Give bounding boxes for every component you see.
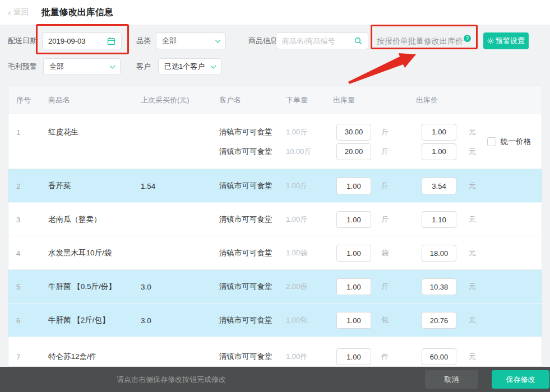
delivery-date-label: 配送日期 [8, 32, 37, 50]
out-price-unit: 元 [469, 248, 476, 258]
category-select[interactable]: 全部 [156, 32, 226, 49]
chevron-down-icon [110, 63, 115, 68]
out-price-input[interactable] [422, 124, 456, 141]
row-index: 1 [16, 128, 20, 136]
top-bar: ‹ 返回 批量修改出库信息 [0, 0, 550, 25]
row-index: 4 [16, 249, 20, 258]
help-icon[interactable]: ? [464, 35, 471, 42]
out-quantity-input[interactable] [336, 143, 371, 160]
out-quantity-input[interactable] [336, 211, 371, 228]
table-row: 4水发黑木耳10斤/袋清镇市可可食堂1.00袋袋元 [8, 236, 542, 270]
table-row: 7特仑苏12盒/件清镇市可可食堂1.00件件元 [8, 337, 542, 367]
cancel-button[interactable]: 取消 [425, 370, 478, 389]
annotation-arrow [342, 50, 423, 87]
ordered-quantity: 10.00斤 [286, 147, 312, 157]
back-button[interactable]: ‹ 返回 [8, 7, 29, 17]
delivery-date-picker[interactable]: 2019-09-03 [42, 32, 122, 49]
save-button[interactable]: 保存修改 [492, 370, 549, 389]
product-name: 牛肝菌 【0.5斤/份】 [48, 282, 116, 292]
ordered-quantity: 1.00包 [286, 315, 307, 325]
out-price-unit: 元 [469, 147, 476, 157]
out-quantity-input[interactable] [336, 124, 371, 141]
out-quantity-input[interactable] [336, 312, 371, 329]
out-price-unit: 元 [469, 127, 476, 137]
last-purchase-price: 3.0 [141, 283, 151, 291]
row-index: 2 [16, 182, 20, 190]
out-price-input[interactable] [422, 178, 456, 194]
margin-warning-select[interactable]: 全部 [43, 58, 121, 75]
warning-settings-button[interactable]: 预警设置 [483, 32, 529, 49]
out-price-input[interactable] [422, 245, 456, 262]
ordered-quantity: 1.00件 [286, 352, 307, 362]
out-quantity-unit: 斤 [381, 127, 389, 137]
table-row: 2香芹菜1.54清镇市可可食堂1.00斤斤元 [8, 169, 542, 203]
table-row: 6牛肝菌 【2斤/包】3.0清镇市可可食堂1.00包包元 [8, 304, 542, 337]
search-icon[interactable] [354, 37, 362, 45]
product-name: 水发黑木耳10斤/袋 [48, 248, 112, 258]
product-search-box [276, 32, 368, 49]
product-name: 香芹菜 [48, 181, 71, 191]
out-price-input[interactable] [422, 143, 456, 160]
customer-select[interactable]: 已选1个客户 [158, 58, 221, 75]
out-quantity-unit: 斤 [381, 214, 389, 225]
unify-price-checkbox[interactable] [487, 137, 496, 146]
out-price-input[interactable] [422, 312, 456, 329]
batch-modify-by-quote-text: 按报价单批量修改出库价 [377, 36, 463, 45]
col-out-qty: 出库量 [333, 86, 355, 114]
out-price-unit: 元 [469, 214, 476, 225]
row-index: 5 [16, 283, 20, 291]
out-price-unit: 元 [469, 352, 476, 362]
col-customer: 客户名 [219, 86, 241, 114]
col-out-price: 出库价 [416, 86, 438, 114]
ordered-quantity: 1.00袋 [286, 248, 307, 258]
ordered-quantity: 1.00斤 [286, 181, 307, 191]
out-quantity-unit: 斤 [381, 147, 389, 157]
product-table: 序号 商品名 上次采买价(元) 客户名 下单量 出库量 出库价 1红皮花生清镇市… [8, 86, 542, 367]
customer-name: 清镇市可可食堂 [219, 315, 272, 325]
out-price-input[interactable] [422, 348, 456, 365]
margin-warning-value: 全部 [49, 62, 110, 72]
calendar-icon [107, 37, 115, 45]
out-price-unit: 元 [469, 282, 476, 292]
ordered-quantity: 1.00斤 [286, 214, 307, 225]
category-label: 品类 [136, 32, 151, 50]
out-quantity-input[interactable] [336, 245, 371, 262]
customer-name: 清镇市可可食堂 [219, 282, 272, 292]
out-quantity-unit: 件 [381, 352, 389, 362]
customer-name: 清镇市可可食堂 [219, 352, 272, 362]
col-product: 商品名 [48, 86, 70, 114]
chevron-down-icon [211, 63, 216, 68]
out-price-unit: 元 [469, 315, 476, 325]
out-price-input[interactable] [422, 211, 456, 228]
out-quantity-input[interactable] [336, 178, 371, 194]
customer-name: 清镇市可可食堂 [219, 248, 272, 258]
last-purchase-price: 3.0 [141, 316, 151, 325]
product-name: 特仑苏12盒/件 [48, 352, 96, 362]
out-quantity-input[interactable] [336, 348, 371, 365]
batch-modify-by-quote-link[interactable]: 按报价单批量修改出库价? [377, 32, 471, 50]
out-price-unit: 元 [469, 181, 476, 191]
product-search-input[interactable] [282, 37, 354, 45]
col-index: 序号 [16, 86, 31, 114]
customer-value: 已选1个客户 [164, 62, 211, 72]
footer-hint: 请点击右侧保存修改按钮完成修改 [117, 367, 226, 392]
out-quantity-unit: 斤 [381, 181, 389, 191]
chevron-down-icon [215, 37, 221, 43]
table-row: 1红皮花生清镇市可可食堂1.00斤斤元清镇市可可食堂10.00斤斤元统一价格 [8, 114, 542, 169]
delivery-date-value: 2019-09-03 [48, 37, 107, 45]
footer-bar: 请点击右侧保存修改按钮完成修改 取消 保存修改 [0, 367, 550, 392]
row-index: 3 [16, 216, 20, 224]
col-ordered-qty: 下单量 [286, 86, 308, 114]
product-name: 牛肝菌 【2斤/包】 [48, 315, 110, 325]
unify-price-label: 统一价格 [501, 137, 531, 147]
out-quantity-input[interactable] [336, 278, 371, 295]
out-price-input[interactable] [422, 278, 456, 295]
warning-settings-label: 预警设置 [496, 36, 525, 46]
back-chevron-icon: ‹ [8, 8, 11, 17]
out-quantity-unit: 斤 [381, 282, 389, 292]
out-quantity-unit: 包 [381, 315, 389, 325]
table-body: 1红皮花生清镇市可可食堂1.00斤斤元清镇市可可食堂10.00斤斤元统一价格2香… [8, 114, 542, 367]
ordered-quantity: 1.00斤 [286, 127, 307, 137]
ordered-quantity: 2.00份 [286, 282, 307, 292]
customer-name: 清镇市可可食堂 [219, 181, 272, 191]
